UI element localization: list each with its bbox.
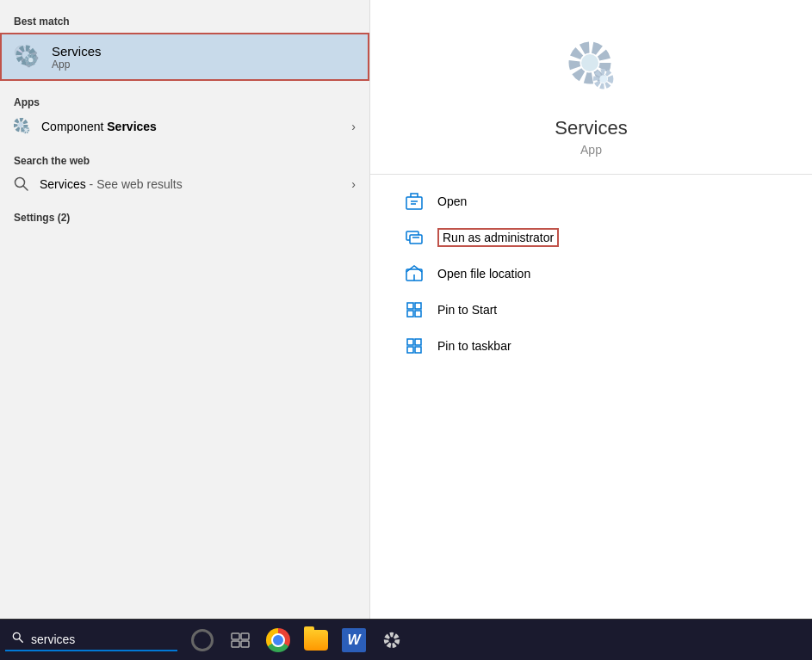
svg-point-47 xyxy=(389,638,394,643)
best-match-type: App xyxy=(52,59,102,71)
web-search-text: Services - See web results xyxy=(40,177,351,191)
settings-label: Settings (2) xyxy=(0,207,369,227)
chrome-icon xyxy=(266,628,290,652)
best-match-name: Services xyxy=(52,44,102,59)
apps-label: Apps xyxy=(0,91,369,112)
svg-line-41 xyxy=(19,638,22,642)
svg-rect-34 xyxy=(407,311,413,317)
svg-point-21 xyxy=(581,54,598,71)
open-action[interactable]: Open xyxy=(370,183,812,219)
app-detail: Services App xyxy=(370,0,812,175)
component-services-name: Component Services xyxy=(41,120,351,133)
action-list: Open Run as administrator xyxy=(370,175,812,373)
svg-rect-42 xyxy=(232,633,239,639)
taskbar-search-text: services xyxy=(31,632,75,646)
pin-start-action[interactable]: Pin to Start xyxy=(370,292,812,328)
svg-rect-24 xyxy=(406,197,422,209)
task-view-button[interactable] xyxy=(222,623,258,657)
svg-rect-45 xyxy=(241,641,249,647)
component-services-icon xyxy=(14,118,31,135)
svg-point-17 xyxy=(25,129,28,132)
svg-point-13 xyxy=(28,58,33,62)
open-icon xyxy=(405,192,424,211)
app-detail-type: App xyxy=(580,143,602,157)
left-panel: Best match xyxy=(0,0,370,619)
pin-start-icon xyxy=(405,300,424,319)
svg-rect-44 xyxy=(232,641,239,647)
pin-start-label: Pin to Start xyxy=(437,303,497,317)
svg-rect-35 xyxy=(415,311,421,317)
taskbar-apps: W xyxy=(184,623,410,657)
pin-taskbar-action[interactable]: Pin to taskbar xyxy=(370,328,812,364)
svg-rect-28 xyxy=(410,235,422,244)
right-panel: Services App Open xyxy=(370,0,812,619)
svg-point-23 xyxy=(599,75,607,83)
pin-taskbar-label: Pin to taskbar xyxy=(437,339,511,353)
svg-rect-43 xyxy=(241,633,249,639)
svg-line-19 xyxy=(23,186,28,190)
svg-rect-32 xyxy=(407,303,413,309)
file-explorer-button[interactable] xyxy=(298,623,334,657)
settings-section: Settings (2) xyxy=(0,207,369,227)
word-button[interactable]: W xyxy=(336,623,372,657)
taskbar-search[interactable]: services xyxy=(5,628,177,651)
run-admin-icon xyxy=(405,228,424,247)
cortana-button[interactable] xyxy=(184,623,220,657)
pin-taskbar-icon xyxy=(405,336,424,355)
file-location-label: Open file location xyxy=(437,267,530,281)
search-web-icon xyxy=(14,176,29,192)
taskbar: services W xyxy=(0,619,812,660)
settings-icon xyxy=(382,631,401,650)
svg-rect-36 xyxy=(407,339,413,345)
web-section: Search the web Services - See web result… xyxy=(0,150,369,198)
web-search-item[interactable]: Services - See web results › xyxy=(0,170,369,198)
svg-point-15 xyxy=(18,122,23,127)
apps-section: Apps Component Services › xyxy=(0,91,369,141)
run-admin-action[interactable]: Run as administrator xyxy=(370,219,812,256)
chrome-button[interactable] xyxy=(260,623,296,657)
svg-rect-38 xyxy=(407,347,413,353)
settings-button[interactable] xyxy=(374,623,410,657)
services-icon xyxy=(12,41,43,72)
main-content: Best match xyxy=(0,0,812,619)
file-location-icon xyxy=(405,264,424,283)
run-admin-label: Run as administrator xyxy=(437,228,559,247)
open-label: Open xyxy=(437,194,467,208)
app-detail-name: Services xyxy=(555,117,627,139)
best-match-services[interactable]: Services App xyxy=(0,33,369,81)
app-detail-icon xyxy=(557,34,626,103)
word-icon: W xyxy=(342,628,366,652)
svg-rect-39 xyxy=(415,347,421,353)
file-location-action[interactable]: Open file location xyxy=(370,256,812,292)
component-services-chevron: › xyxy=(351,120,356,133)
folder-icon xyxy=(304,630,328,651)
task-view-icon xyxy=(231,631,250,650)
web-label: Search the web xyxy=(0,150,369,170)
component-services-item[interactable]: Component Services › xyxy=(0,112,369,141)
best-match-text: Services App xyxy=(52,44,102,71)
web-search-chevron: › xyxy=(351,177,356,191)
best-match-label: Best match xyxy=(0,10,369,31)
svg-rect-37 xyxy=(415,339,421,345)
taskbar-search-icon xyxy=(12,632,24,646)
cortana-icon xyxy=(191,629,214,651)
svg-rect-33 xyxy=(415,303,421,309)
